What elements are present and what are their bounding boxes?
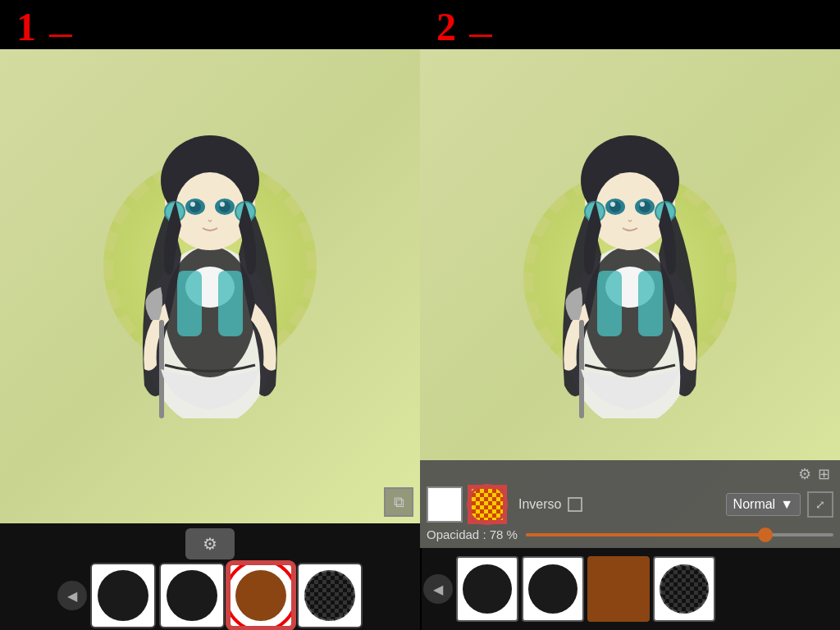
brush-circle-1-3: [235, 570, 286, 621]
annotation-1: 1: [16, 4, 36, 49]
prev-brush-button-2[interactable]: ◀: [423, 574, 453, 604]
svg-rect-4: [218, 271, 243, 336]
svg-point-30: [640, 202, 645, 207]
brush-row-1: ◀: [57, 563, 363, 628]
opacity-slider-thumb[interactable]: [758, 527, 773, 542]
opacity-slider-fill: [526, 533, 766, 536]
svg-point-13: [220, 202, 225, 207]
grid-icon-overlay[interactable]: ⊞: [818, 465, 830, 483]
brush-item-2-4[interactable]: [653, 556, 715, 622]
svg-point-12: [190, 202, 195, 207]
brush-item-1-1[interactable]: [90, 563, 156, 628]
normal-dropdown[interactable]: Normal ▼: [726, 493, 801, 516]
opacity-slider-track[interactable]: [526, 533, 833, 536]
brush-circle-2-2: [528, 564, 578, 614]
top-bar-2: 2 —: [420, 0, 840, 49]
anime-character-2: [507, 74, 753, 418]
color-swatch-white[interactable]: [427, 486, 463, 523]
opacity-label: Opacidad : 78 %: [427, 527, 518, 541]
panel-1: 1 —: [0, 0, 420, 630]
annotation-dash-1: —: [49, 21, 72, 48]
gear-icon-overlay[interactable]: ⚙: [798, 465, 811, 483]
canvas-area-1: ⧉: [0, 49, 420, 523]
swatch-selection-ring: [467, 484, 508, 525]
svg-rect-21: [638, 271, 663, 336]
svg-rect-33: [579, 320, 584, 418]
canvas-area-2: ⚙ ⊞ Inverso Normal ▼ ⤢ Opacidad : 78 %: [420, 49, 840, 548]
color-swatch-pattern[interactable]: [469, 486, 505, 523]
inverso-checkbox[interactable]: [568, 497, 582, 512]
brush-item-1-2[interactable]: [159, 563, 225, 628]
gear-icon-1: ⚙: [203, 534, 217, 554]
brush-circle-2-1: [463, 564, 512, 614]
brush-circle-2-4: [660, 564, 709, 614]
expand-icon[interactable]: ⤢: [807, 491, 833, 518]
brush-circle-1-4: [304, 570, 355, 621]
svg-point-29: [610, 202, 615, 207]
gear-button-1[interactable]: ⚙: [185, 528, 235, 559]
brush-item-2-2[interactable]: [522, 556, 584, 622]
annotation-dash-2: —: [469, 21, 492, 48]
gear-row-1: ⚙: [185, 528, 235, 559]
prev-brush-button-1[interactable]: ◀: [57, 581, 87, 610]
brush-circle-1-1: [98, 570, 148, 621]
bottom-toolbar-1: ⚙ ◀: [0, 523, 420, 630]
brush-circle-1-2: [167, 570, 217, 621]
opacity-row: Opacidad : 78 %: [427, 526, 833, 543]
svg-rect-20: [597, 271, 622, 336]
panel-2: 2 —: [420, 0, 840, 630]
brush-item-2-3-selected[interactable]: [587, 556, 650, 622]
dropdown-arrow-icon: ▼: [780, 497, 793, 512]
normal-label: Normal: [733, 497, 776, 512]
resize-icon-1[interactable]: ⧉: [384, 487, 413, 517]
brush-item-2-1[interactable]: [456, 556, 518, 622]
overlay-controls-row: Inverso Normal ▼ ⤢: [427, 486, 833, 523]
anime-character-1: [87, 74, 333, 418]
annotation-2: 2: [436, 4, 456, 49]
top-bar-1: 1 —: [0, 0, 420, 49]
svg-rect-16: [159, 320, 164, 418]
overlay-top-row: ⚙ ⊞: [427, 465, 833, 483]
brush-item-1-4[interactable]: [297, 563, 363, 628]
brush-item-1-3-selected[interactable]: [228, 563, 294, 628]
bottom-toolbar-2: ◀: [420, 548, 840, 630]
svg-rect-3: [177, 271, 202, 336]
inverso-label: Inverso: [518, 497, 561, 512]
overlay-toolbar-2: ⚙ ⊞ Inverso Normal ▼ ⤢ Opacidad : 78 %: [420, 460, 840, 548]
brush-circle-2-3: [594, 564, 643, 614]
